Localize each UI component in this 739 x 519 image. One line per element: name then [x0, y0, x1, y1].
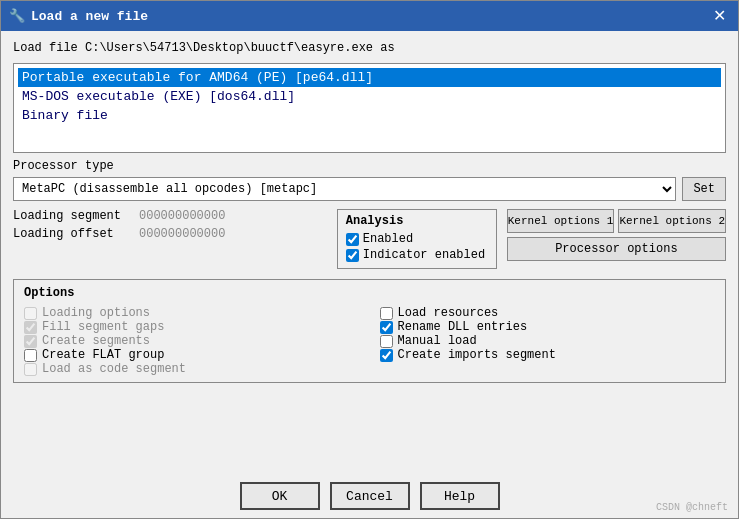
processor-section: Processor type MetaPC (disassemble all o…: [13, 159, 726, 201]
kernel-options-1-button[interactable]: Kernel options 1: [507, 209, 615, 233]
window-icon: 🔧: [9, 8, 25, 24]
file-type-pe64[interactable]: Portable executable for AMD64 (PE) [pe64…: [18, 68, 721, 87]
kernel-options-2-button[interactable]: Kernel options 2: [618, 209, 726, 233]
option-fill-segment: Fill segment gaps: [24, 320, 360, 334]
content-area: Load file C:\Users\54713\Desktop\buuctf\…: [1, 31, 738, 474]
enabled-label: Enabled: [363, 232, 413, 246]
file-type-binary[interactable]: Binary file: [18, 106, 721, 125]
ok-button[interactable]: OK: [240, 482, 320, 510]
loading-options-checkbox[interactable]: [24, 307, 37, 320]
options-left: Loading options Fill segment gaps Create…: [24, 306, 360, 376]
option-manual-load: Manual load: [380, 334, 716, 348]
loading-segment-label: Loading segment: [13, 209, 133, 223]
indicator-label: Indicator enabled: [363, 248, 485, 262]
create-imports-checkbox[interactable]: [380, 349, 393, 362]
loading-options-label: Loading options: [42, 306, 150, 320]
close-button[interactable]: ✕: [709, 8, 730, 24]
option-rename-dll: Rename DLL entries: [380, 320, 716, 334]
left-fields: Loading segment 000000000000 Loading off…: [13, 209, 327, 269]
loading-offset-value: 000000000000: [139, 227, 225, 241]
file-type-dos64[interactable]: MS-DOS executable (EXE) [dos64.dll]: [18, 87, 721, 106]
enabled-row: Enabled: [346, 232, 488, 246]
option-create-imports: Create imports segment: [380, 348, 716, 362]
watermark: CSDN @chneft: [656, 502, 728, 513]
create-flat-group-label: Create FLAT group: [42, 348, 164, 362]
processor-options-button[interactable]: Processor options: [507, 237, 726, 261]
enabled-checkbox[interactable]: [346, 233, 359, 246]
options-section: Options Loading options Fill segment gap…: [13, 279, 726, 383]
load-as-code-label: Load as code segment: [42, 362, 186, 376]
fill-segment-gaps-checkbox[interactable]: [24, 321, 37, 334]
load-as-code-checkbox[interactable]: [24, 363, 37, 376]
create-imports-label: Create imports segment: [398, 348, 556, 362]
option-create-segments: Create segments: [24, 334, 360, 348]
set-button[interactable]: Set: [682, 177, 726, 201]
create-segments-label: Create segments: [42, 334, 150, 348]
loading-segment-value: 000000000000: [139, 209, 225, 223]
file-type-list: Portable executable for AMD64 (PE) [pe64…: [13, 63, 726, 153]
fill-segment-gaps-label: Fill segment gaps: [42, 320, 164, 334]
cancel-button[interactable]: Cancel: [330, 482, 410, 510]
loading-segment-row: Loading segment 000000000000: [13, 209, 327, 223]
create-segments-checkbox[interactable]: [24, 335, 37, 348]
manual-load-label: Manual load: [398, 334, 477, 348]
option-load-code: Load as code segment: [24, 362, 360, 376]
bottom-buttons: OK Cancel Help: [1, 474, 738, 518]
main-window: 🔧 Load a new file ✕ Load file C:\Users\5…: [0, 0, 739, 519]
loading-offset-row: Loading offset 000000000000: [13, 227, 327, 241]
title-bar-left: 🔧 Load a new file: [9, 8, 148, 24]
rename-dll-label: Rename DLL entries: [398, 320, 528, 334]
analysis-section: Analysis Enabled Indicator enabled: [337, 209, 497, 269]
processor-label: Processor type: [13, 159, 726, 173]
help-button[interactable]: Help: [420, 482, 500, 510]
title-bar: 🔧 Load a new file ✕: [1, 1, 738, 31]
option-create-flat: Create FLAT group: [24, 348, 360, 362]
file-path-label: Load file C:\Users\54713\Desktop\buuctf\…: [13, 41, 726, 55]
window-title: Load a new file: [31, 9, 148, 24]
analysis-title: Analysis: [346, 214, 488, 228]
middle-section: Loading segment 000000000000 Loading off…: [13, 209, 726, 269]
options-title: Options: [24, 286, 715, 300]
load-resources-checkbox[interactable]: [380, 307, 393, 320]
manual-load-checkbox[interactable]: [380, 335, 393, 348]
rename-dll-checkbox[interactable]: [380, 321, 393, 334]
option-loading-options: Loading options: [24, 306, 360, 320]
right-buttons: Kernel options 1 Kernel options 2 Proces…: [507, 209, 726, 269]
loading-offset-label: Loading offset: [13, 227, 133, 241]
option-load-resources: Load resources: [380, 306, 716, 320]
indicator-row: Indicator enabled: [346, 248, 488, 262]
processor-row: MetaPC (disassemble all opcodes) [metapc…: [13, 177, 726, 201]
create-flat-group-checkbox[interactable]: [24, 349, 37, 362]
processor-select[interactable]: MetaPC (disassemble all opcodes) [metapc…: [13, 177, 676, 201]
kernel-row: Kernel options 1 Kernel options 2: [507, 209, 726, 233]
options-grid: Loading options Fill segment gaps Create…: [24, 306, 715, 376]
options-right: Load resources Rename DLL entries Manual…: [380, 306, 716, 376]
load-resources-label: Load resources: [398, 306, 499, 320]
indicator-checkbox[interactable]: [346, 249, 359, 262]
